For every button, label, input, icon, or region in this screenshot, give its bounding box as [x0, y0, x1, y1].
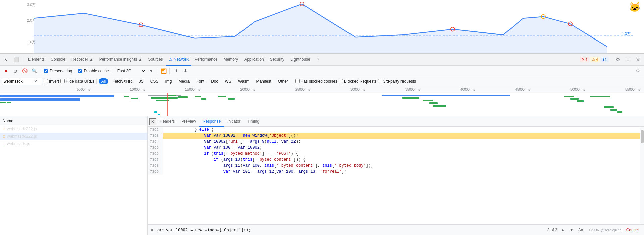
- svg-rect-14: [7, 102, 11, 103]
- error-badge[interactable]: ✕ 4: [580, 57, 589, 62]
- filter-js[interactable]: JS: [136, 78, 146, 84]
- filter-toolbar: ✕ Invert Hide data URLs All Fetch/XHR JS…: [0, 76, 644, 86]
- ruler-30000: 30000 ms: [311, 88, 366, 91]
- filter-css[interactable]: CSS: [148, 78, 161, 84]
- ruler-5000: 5000 ms: [36, 88, 91, 91]
- filter-all[interactable]: All: [99, 78, 108, 84]
- filter-other[interactable]: Other: [275, 78, 291, 84]
- export-har-icon[interactable]: ⬇: [182, 67, 190, 75]
- cancel-button[interactable]: Cancel: [624, 228, 641, 232]
- ruler-45000: 45000 ms: [476, 88, 531, 91]
- list-item[interactable]: □ webmssdk.js: [0, 140, 147, 147]
- import-har-icon[interactable]: ⬆: [172, 67, 180, 75]
- record-button[interactable]: ●: [2, 67, 10, 75]
- info-badge[interactable]: ℹ 1: [601, 57, 609, 62]
- svg-rect-11: [0, 95, 114, 97]
- tab-headers[interactable]: Headers: [156, 116, 178, 127]
- filter-wasm[interactable]: Wasm: [235, 78, 252, 84]
- svg-rect-33: [570, 98, 579, 100]
- tab-recorder[interactable]: Recorder ▲: [69, 54, 96, 66]
- tab-timing[interactable]: Timing: [244, 116, 263, 127]
- match-case-button[interactable]: Aa: [577, 228, 585, 232]
- filter-separator-2: [293, 79, 293, 84]
- search-button[interactable]: 🔍: [30, 67, 38, 75]
- list-item[interactable]: □ webmssdk222.js: [0, 125, 147, 133]
- tab-security[interactable]: Security: [267, 54, 287, 66]
- throttle-select[interactable]: Fast 3G Slow 3G No throttling: [115, 68, 146, 74]
- close-panel-button[interactable]: ✕: [149, 118, 156, 125]
- svg-rect-15: [124, 96, 129, 97]
- filter-manifest[interactable]: Manifest: [253, 78, 274, 84]
- third-party-checkbox[interactable]: 3rd-party requests: [378, 79, 416, 84]
- tab-sources[interactable]: Sources: [146, 54, 166, 66]
- filter-ws[interactable]: WS: [222, 78, 234, 84]
- filter-font[interactable]: Font: [194, 78, 207, 84]
- hide-data-urls-checkbox[interactable]: Hide data URLs: [60, 79, 94, 84]
- tab-memory[interactable]: Memory: [221, 54, 241, 66]
- watermark: CSDN @sergiojune: [589, 228, 621, 232]
- close-devtools-icon[interactable]: ✕: [633, 55, 643, 64]
- search-field[interactable]: ✕: [2, 78, 42, 85]
- inspect-icon[interactable]: ⬜: [11, 55, 21, 64]
- blocked-requests-checkbox[interactable]: Blocked Requests: [339, 79, 377, 84]
- toolbar-separator-1: [41, 68, 41, 74]
- has-blocked-cookies-checkbox[interactable]: Has blocked cookies: [295, 79, 337, 84]
- preserve-log-checkbox[interactable]: Preserve log: [44, 69, 72, 73]
- network-timeline[interactable]: 5000 ms 10000 ms 15000 ms 20000 ms 25000…: [0, 86, 644, 116]
- more-options-icon[interactable]: ⋮: [623, 55, 633, 64]
- svg-rect-22: [195, 96, 201, 97]
- tab-console[interactable]: Console: [48, 54, 68, 66]
- wifi-icon: 📶: [161, 68, 167, 74]
- tab-performance[interactable]: Performance: [192, 54, 220, 66]
- invert-checkbox[interactable]: Invert: [44, 79, 59, 84]
- svg-rect-20: [168, 95, 176, 96]
- tab-more[interactable]: »: [314, 54, 322, 66]
- tab-performance-insights[interactable]: Performance insights ▲: [97, 54, 145, 66]
- tab-elements[interactable]: Elements: [25, 54, 47, 66]
- filter-media[interactable]: Media: [176, 78, 192, 84]
- search-icon: 🔍: [32, 68, 37, 73]
- svg-rect-31: [433, 105, 446, 107]
- throttle-dropdown-icon[interactable]: ▼: [147, 67, 155, 75]
- list-item[interactable]: □ webmssdk222.js: [0, 133, 147, 140]
- search-input[interactable]: [4, 79, 34, 84]
- tab-preview[interactable]: Preview: [178, 116, 199, 127]
- bottom-search-input[interactable]: [156, 228, 545, 232]
- filter-img[interactable]: Img: [162, 78, 174, 84]
- tab-separator-1: [23, 56, 23, 63]
- settings-icon[interactable]: ⚙: [613, 55, 623, 64]
- mascot-icon: 🐱: [629, 2, 641, 13]
- tab-network[interactable]: ⚠ Network: [166, 54, 191, 66]
- tab-initiator[interactable]: Initiator: [224, 116, 244, 127]
- search-clear-icon[interactable]: ✕: [34, 79, 37, 84]
- clear-button[interactable]: 🚫: [21, 67, 29, 75]
- svg-rect-37: [610, 109, 617, 111]
- code-viewer[interactable]: 7392 } else { 7393 var var_10002 = new w…: [148, 127, 640, 224]
- ruler-55000: 55000 ms: [586, 88, 641, 91]
- ruler-35000: 35000 ms: [366, 88, 421, 91]
- file-list: Name □ webmssdk222.js □ webmssdk222.js □…: [0, 116, 148, 235]
- tab-lighthouse[interactable]: Lighthouse: [288, 54, 313, 66]
- toolbar-separator-5: [169, 68, 170, 74]
- svg-rect-27: [382, 95, 510, 96]
- bottom-search-bar: ✕ 3 of 3 ▲ ▼ Aa CSDN @sergiojune Cancel: [148, 224, 644, 235]
- search-x-icon[interactable]: ✕: [150, 228, 154, 232]
- file-list-header: Name: [0, 116, 147, 125]
- filter-doc[interactable]: Doc: [208, 78, 221, 84]
- stop-button[interactable]: ⊘: [11, 67, 19, 75]
- network-settings-icon[interactable]: ⚙: [634, 67, 642, 75]
- code-line-7398: 7398 args_11(var_100, this['_byted_conte…: [148, 163, 640, 169]
- cursor-icon[interactable]: ↖: [1, 55, 11, 64]
- prev-match-button[interactable]: ▲: [559, 227, 566, 233]
- warning-badge[interactable]: ⚠ 4: [590, 57, 600, 62]
- svg-marker-5: [34, 4, 607, 53]
- tab-application[interactable]: Application: [241, 54, 267, 66]
- ruler-10000: 10000 ms: [91, 88, 146, 91]
- scroll-indicator[interactable]: [640, 127, 644, 224]
- info-icon: ℹ: [603, 57, 604, 62]
- timeline-ruler: 5000 ms 10000 ms 15000 ms 20000 ms 25000…: [0, 86, 644, 93]
- filter-fetch-xhr[interactable]: Fetch/XHR: [110, 78, 135, 84]
- next-match-button[interactable]: ▼: [568, 227, 575, 233]
- disable-cache-checkbox[interactable]: Disable cache: [78, 69, 109, 73]
- tab-response[interactable]: Response: [199, 116, 224, 127]
